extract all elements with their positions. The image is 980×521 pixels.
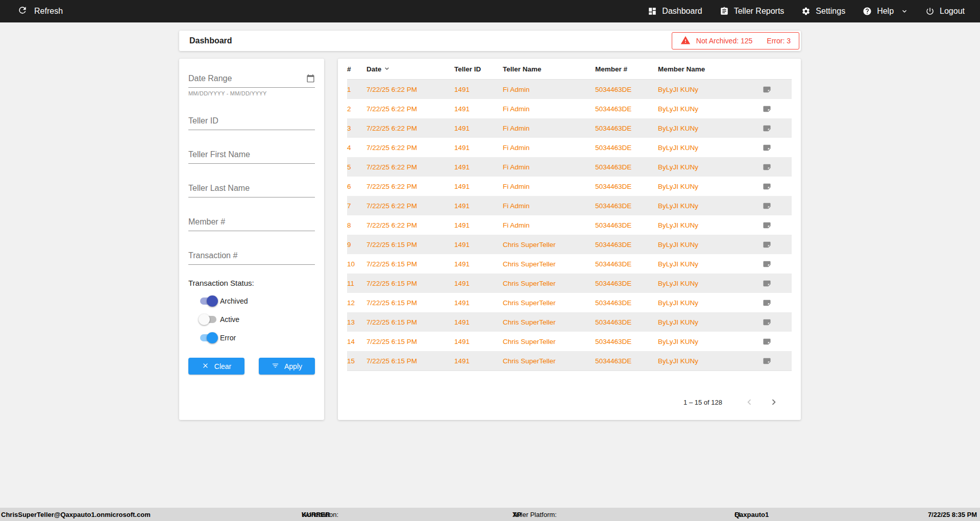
nav-teller-reports[interactable]: Teller Reports: [720, 7, 785, 16]
teller-last-name-input[interactable]: [188, 178, 315, 197]
note-icon[interactable]: [762, 240, 792, 249]
table-row[interactable]: 13 7/22/25 6:15 PM 1491 Chris SuperTelle…: [347, 312, 792, 332]
row-teller-name: Fi Admin: [503, 125, 595, 132]
toggle-active[interactable]: Active: [199, 313, 315, 326]
row-member-name: ByLyJI KUNy: [658, 144, 762, 152]
row-number: 11: [347, 280, 366, 287]
row-member-name: ByLyJI KUNy: [658, 125, 762, 132]
note-icon[interactable]: [762, 85, 792, 94]
note-icon[interactable]: [762, 143, 792, 152]
close-icon: [202, 362, 209, 371]
apply-button-label: Apply: [284, 362, 302, 370]
table-row[interactable]: 1 7/22/25 6:22 PM 1491 Fi Admin 5034463D…: [347, 80, 792, 99]
warning-icon: [680, 35, 691, 47]
teller-first-name-input[interactable]: [188, 144, 315, 164]
row-member-number: 5034463DE: [595, 125, 658, 132]
row-member-number: 5034463DE: [595, 241, 658, 249]
row-teller-id: 1491: [454, 221, 503, 229]
row-member-name: ByLyJI KUNy: [658, 86, 762, 93]
page-title: Dashboard: [189, 36, 232, 45]
row-member-name: ByLyJI KUNy: [658, 221, 762, 229]
error-count: Error: 3: [767, 37, 791, 45]
refresh-button[interactable]: Refresh: [17, 5, 63, 17]
table-row[interactable]: 11 7/22/25 6:15 PM 1491 Chris SuperTelle…: [347, 274, 792, 293]
row-teller-name: Chris SuperTeller: [503, 338, 595, 345]
note-icon[interactable]: [762, 299, 792, 307]
refresh-icon: [17, 5, 28, 17]
note-icon[interactable]: [762, 357, 792, 365]
row-member-number: 5034463DE: [595, 357, 658, 365]
calendar-icon[interactable]: [306, 74, 315, 85]
table-row[interactable]: 5 7/22/25 6:22 PM 1491 Fi Admin 5034463D…: [347, 157, 792, 177]
row-teller-name: Chris SuperTeller: [503, 357, 595, 365]
row-member-name: ByLyJI KUNy: [658, 183, 762, 190]
row-date: 7/22/25 6:22 PM: [366, 163, 454, 171]
transaction-number-input[interactable]: [188, 245, 315, 265]
next-page-button[interactable]: [765, 396, 782, 408]
note-icon[interactable]: [762, 105, 792, 113]
column-teller-name: Teller Name: [503, 65, 595, 73]
transactions-panel: # Date Teller ID Teller Name Member # Me…: [338, 59, 801, 420]
table-row[interactable]: 15 7/22/25 6:15 PM 1491 Chris SuperTelle…: [347, 351, 792, 370]
table-row[interactable]: 4 7/22/25 6:22 PM 1491 Fi Admin 5034463D…: [347, 138, 792, 157]
row-date: 7/22/25 6:22 PM: [366, 144, 454, 152]
row-number: 8: [347, 221, 366, 229]
row-member-number: 5034463DE: [595, 318, 658, 326]
row-member-name: ByLyJI KUNy: [658, 357, 762, 365]
row-member-name: ByLyJI KUNy: [658, 318, 762, 326]
table-row[interactable]: 7 7/22/25 6:22 PM 1491 Fi Admin 5034463D…: [347, 196, 792, 215]
note-icon[interactable]: [762, 260, 792, 268]
row-date: 7/22/25 6:22 PM: [366, 125, 454, 132]
table-row[interactable]: 10 7/22/25 6:15 PM 1491 Chris SuperTelle…: [347, 254, 792, 274]
table-row[interactable]: 14 7/22/25 6:15 PM 1491 Chris SuperTelle…: [347, 332, 792, 351]
status-toggle[interactable]: [199, 295, 218, 307]
nav-settings-label: Settings: [816, 7, 845, 16]
note-icon[interactable]: [762, 337, 792, 346]
note-icon[interactable]: [762, 279, 792, 288]
nav-dashboard[interactable]: Dashboard: [648, 7, 702, 16]
apply-button[interactable]: Apply: [259, 358, 315, 375]
previous-page-button[interactable]: [741, 396, 758, 408]
nav-help[interactable]: Help: [863, 7, 908, 16]
toggle-archived-label: Archived: [220, 297, 248, 305]
row-date: 7/22/25 6:15 PM: [366, 241, 454, 249]
nav-teller-reports-label: Teller Reports: [734, 7, 785, 16]
row-number: 12: [347, 299, 366, 307]
nav-settings[interactable]: Settings: [801, 7, 845, 16]
note-icon[interactable]: [762, 202, 792, 210]
teller-id-input[interactable]: [188, 110, 315, 130]
member-number-input[interactable]: [188, 211, 315, 231]
toggle-archived[interactable]: Archived: [199, 294, 315, 308]
table-row[interactable]: 9 7/22/25 6:15 PM 1491 Chris SuperTeller…: [347, 235, 792, 254]
row-teller-id: 1491: [454, 357, 503, 365]
note-icon[interactable]: [762, 124, 792, 133]
note-icon[interactable]: [762, 221, 792, 230]
column-date[interactable]: Date: [366, 64, 454, 74]
status-toggle[interactable]: [199, 332, 218, 343]
row-teller-name: Chris SuperTeller: [503, 299, 595, 307]
row-number: 6: [347, 183, 366, 190]
note-icon[interactable]: [762, 182, 792, 191]
clear-button[interactable]: Clear: [188, 358, 244, 375]
column-teller-id: Teller ID: [454, 65, 503, 73]
status-toggle[interactable]: [199, 314, 218, 325]
table-row[interactable]: 2 7/22/25 6:22 PM 1491 Fi Admin 5034463D…: [347, 99, 792, 118]
not-archived-count: Not Archived: 125: [696, 37, 753, 45]
table-header: # Date Teller ID Teller Name Member # Me…: [347, 59, 792, 80]
table-row[interactable]: 3 7/22/25 6:22 PM 1491 Fi Admin 5034463D…: [347, 118, 792, 138]
column-member-name: Member Name: [658, 65, 762, 73]
table-row[interactable]: 12 7/22/25 6:15 PM 1491 Chris SuperTelle…: [347, 293, 792, 312]
row-member-number: 5034463DE: [595, 260, 658, 268]
row-teller-name: Fi Admin: [503, 86, 595, 93]
table-row[interactable]: 6 7/22/25 6:22 PM 1491 Fi Admin 5034463D…: [347, 177, 792, 196]
nav-logout-label: Logout: [940, 7, 965, 16]
table-row[interactable]: 8 7/22/25 6:22 PM 1491 Fi Admin 5034463D…: [347, 215, 792, 235]
row-teller-id: 1491: [454, 338, 503, 345]
note-icon[interactable]: [762, 318, 792, 327]
page-header: Dashboard Not Archived: 125 Error: 3: [179, 31, 801, 51]
date-range-input[interactable]: [188, 68, 315, 88]
note-icon[interactable]: [762, 163, 792, 171]
row-member-number: 5034463DE: [595, 105, 658, 113]
toggle-error[interactable]: Error: [199, 331, 315, 344]
nav-logout[interactable]: Logout: [925, 7, 965, 16]
